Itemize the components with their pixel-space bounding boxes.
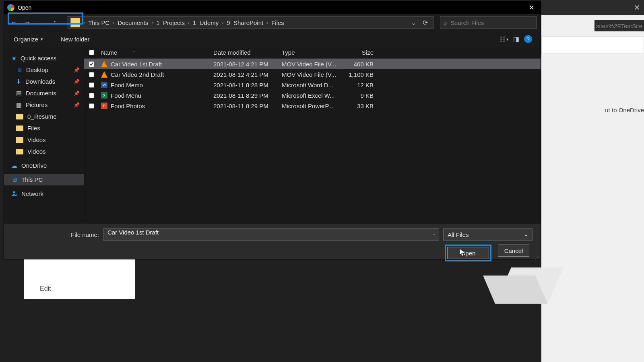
search-icon: ⌕ <box>444 19 447 26</box>
folder-icon <box>16 114 23 119</box>
file-row[interactable]: Car Video 2nd Draft2021-08-12 4:21 PMMOV… <box>84 69 541 80</box>
folder-icon <box>16 149 23 154</box>
open-button[interactable]: Open <box>447 247 489 259</box>
view-options-icon[interactable]: ☷ ▾ <box>498 33 510 45</box>
sidebar-pictures[interactable]: ▦Pictures📌 <box>4 99 84 111</box>
filename-input[interactable]: Car Video 1st Draft⌄ <box>103 228 439 241</box>
background-toolbar <box>541 36 644 54</box>
close-icon[interactable]: ✕ <box>522 3 541 12</box>
file-size: 12 KB <box>341 82 378 88</box>
chevron-down-icon: ⌄ <box>524 232 528 237</box>
chrome-icon <box>7 4 14 11</box>
breadcrumb-item[interactable]: 1_Udemy <box>190 19 222 26</box>
pin-icon: 📌 <box>74 79 80 84</box>
file-type: Microsoft PowerP... <box>282 103 341 109</box>
back-button[interactable]: ← <box>8 17 19 28</box>
pictures-icon: ▦ <box>16 101 22 109</box>
column-headers: Nameˆ Date modified Type Size <box>84 47 541 59</box>
chevron-down-icon: ▾ <box>41 37 43 42</box>
pin-icon: 📌 <box>74 102 80 108</box>
sidebar-downloads[interactable]: ⬇Downloads📌 <box>4 76 84 87</box>
column-name[interactable]: Nameˆ <box>99 49 213 56</box>
file-date: 2021-08-12 4:21 PM <box>213 61 282 68</box>
sidebar-folder[interactable]: Videos <box>4 134 84 146</box>
row-checkbox[interactable] <box>84 103 99 109</box>
sidebar-quick-access[interactable]: ★Quick access <box>4 52 84 64</box>
breadcrumb-item[interactable]: This PC <box>85 19 113 26</box>
column-size[interactable]: Size <box>341 49 378 56</box>
sidebar-onedrive[interactable]: ☁OneDrive <box>4 160 84 171</box>
select-all-checkbox[interactable] <box>84 50 99 55</box>
refresh-icon[interactable]: ⟳ <box>419 19 431 27</box>
filename-label: File name: <box>12 231 99 238</box>
forward-button[interactable]: → <box>22 17 33 28</box>
file-date: 2021-08-12 4:21 PM <box>213 71 282 78</box>
sidebar-folder[interactable]: 0_Resume <box>4 111 84 122</box>
breadcrumb-item[interactable]: 1_Projects <box>153 19 188 26</box>
file-date: 2021-08-11 8:28 PM <box>213 82 282 88</box>
file-name: Car Video 1st Draft <box>111 61 162 68</box>
highlight-annotation: Open <box>445 245 491 261</box>
recent-dropdown-icon[interactable]: ⌄ <box>35 17 47 28</box>
file-name: Food Photos <box>111 103 145 109</box>
help-icon[interactable]: ? <box>522 33 534 45</box>
sidebar-this-pc[interactable]: 🖥This PC <box>4 174 84 185</box>
column-date[interactable]: Date modified <box>213 49 282 56</box>
dialog-body: ★Quick access 🖥Desktop📌 ⬇Downloads📌 ▤Doc… <box>4 47 541 224</box>
file-type-icon: W <box>101 82 107 88</box>
breadcrumb-dropdown-icon[interactable]: ⌄ <box>411 19 416 27</box>
file-open-dialog: Open ✕ ← → ⌄ ↑ › This PC› Documents› 1_P… <box>4 2 541 259</box>
up-button[interactable]: ↑ <box>49 17 60 28</box>
row-checkbox[interactable] <box>84 93 99 98</box>
breadcrumb-item[interactable]: 9_SharePoint <box>223 19 266 26</box>
background-nav-edit[interactable]: Edit <box>24 278 135 299</box>
chevron-down-icon[interactable]: ⌄ <box>432 231 436 237</box>
file-name: Car Video 2nd Draft <box>111 71 164 78</box>
pin-icon: 📌 <box>74 90 80 96</box>
file-type: MOV Video File (V... <box>282 71 341 78</box>
breadcrumb-bar[interactable]: › This PC› Documents› 1_Projects› 1_Udem… <box>67 16 433 29</box>
file-type-filter[interactable]: All Files⌄ <box>443 228 533 241</box>
file-type: Microsoft Word D... <box>282 82 341 88</box>
organize-button[interactable]: Organize▾ <box>10 34 46 44</box>
breadcrumb-item[interactable]: Files <box>268 19 287 26</box>
file-date: 2021-08-11 8:29 PM <box>213 103 282 109</box>
file-date: 2021-08-11 8:29 PM <box>213 92 282 99</box>
sidebar-folder[interactable]: Videos <box>4 146 84 157</box>
row-checkbox[interactable] <box>84 82 99 88</box>
row-checkbox[interactable] <box>84 62 99 67</box>
background-close-icon[interactable]: ✕ <box>634 3 640 12</box>
background-onedrive-text: ut to OneDrive <box>605 107 644 113</box>
breadcrumb-item[interactable]: Documents <box>114 19 151 26</box>
sidebar-documents[interactable]: ▤Documents📌 <box>4 87 84 99</box>
pc-icon: 🖥 <box>11 176 17 183</box>
file-row[interactable]: Car Video 1st Draft2021-08-12 4:21 PMMOV… <box>84 59 541 69</box>
download-icon: ⬇ <box>16 78 21 85</box>
sidebar-desktop[interactable]: 🖥Desktop📌 <box>4 64 84 76</box>
column-type[interactable]: Type <box>282 49 341 56</box>
preview-pane-icon[interactable]: ◨ <box>510 33 522 45</box>
desktop-icon: 🖥 <box>16 66 22 73</box>
file-name: Food Memo <box>111 82 143 88</box>
background-app <box>541 0 644 362</box>
file-row[interactable]: WFood Memo2021-08-11 8:28 PMMicrosoft Wo… <box>84 80 541 90</box>
sidebar-network[interactable]: 🖧Network <box>4 188 84 200</box>
new-folder-button[interactable]: New folder <box>58 34 93 44</box>
file-size: 33 KB <box>341 103 378 109</box>
file-size: 460 KB <box>341 61 378 68</box>
file-type-icon <box>101 71 107 78</box>
row-checkbox[interactable] <box>84 72 99 77</box>
sidebar-folder[interactable]: Files <box>4 122 84 134</box>
file-size: 1,100 KB <box>341 71 378 78</box>
cancel-button[interactable]: Cancel <box>498 245 529 257</box>
cloud-icon: ☁ <box>11 162 17 169</box>
file-row[interactable]: PFood Photos2021-08-11 8:29 PMMicrosoft … <box>84 101 541 111</box>
file-type: MOV Video File (V... <box>282 61 341 68</box>
document-icon: ▤ <box>16 90 22 97</box>
pin-icon: 📌 <box>74 67 80 73</box>
resize-grip-icon[interactable]: ⋰ <box>535 255 539 261</box>
file-row[interactable]: XFood Menu2021-08-11 8:29 PMMicrosoft Ex… <box>84 90 541 101</box>
sidebar: ★Quick access 🖥Desktop📌 ⬇Downloads📌 ▤Doc… <box>4 47 84 224</box>
search-input[interactable]: ⌕ Search Files <box>440 16 537 29</box>
file-list: Nameˆ Date modified Type Size Car Video … <box>84 47 541 224</box>
